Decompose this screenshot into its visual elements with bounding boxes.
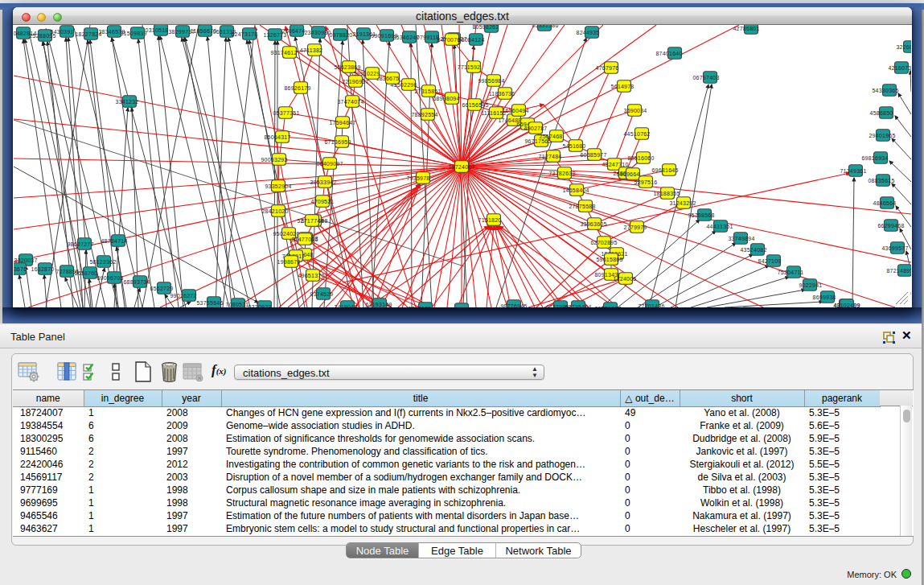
svg-text:85064317: 85064317 (264, 134, 290, 140)
svg-text:5969664: 5969664 (616, 171, 639, 177)
svg-text:9022941: 9022941 (799, 282, 822, 288)
svg-text:27315851: 27315851 (414, 89, 441, 94)
svg-text:66299468: 66299468 (877, 223, 904, 229)
svg-text:8244935: 8244935 (576, 30, 599, 35)
svg-text:3690034: 3690034 (623, 108, 647, 113)
svg-text:06797403: 06797403 (692, 75, 719, 80)
svg-text:71349361: 71349361 (840, 168, 866, 174)
svg-text:28421020: 28421020 (261, 208, 288, 214)
svg-text:98776945: 98776945 (500, 303, 527, 307)
svg-text:43699577: 43699577 (881, 245, 908, 251)
svg-text:6562729: 6562729 (150, 286, 173, 291)
svg-text:8427109: 8427109 (758, 258, 781, 264)
svg-text:68893734: 68893734 (123, 279, 150, 285)
svg-text:96717565: 96717565 (524, 138, 551, 144)
svg-text:5614978: 5614978 (610, 84, 634, 89)
svg-text:62702895: 62702895 (590, 240, 617, 245)
svg-text:18724007: 18724007 (448, 164, 474, 170)
svg-text:32260256: 32260256 (896, 44, 911, 50)
svg-text:52735454: 52735454 (565, 304, 591, 307)
svg-text:71657262: 71657262 (447, 307, 474, 307)
svg-text:53755646: 53755646 (196, 300, 223, 306)
svg-text:29401965: 29401965 (869, 133, 895, 138)
svg-text:60385977: 60385977 (580, 152, 606, 158)
svg-text:42102499: 42102499 (833, 303, 860, 307)
svg-text:69096705: 69096705 (97, 275, 123, 281)
svg-text:7935978: 7935978 (406, 175, 429, 181)
svg-text:23430980: 23430980 (304, 30, 331, 35)
svg-text:35346247: 35346247 (392, 35, 419, 40)
svg-text:59910229: 59910229 (353, 71, 380, 76)
svg-text:31509839: 31509839 (120, 31, 146, 36)
svg-text:31243292: 31243292 (669, 200, 696, 206)
svg-text:4902787: 4902787 (524, 126, 547, 131)
svg-text:42786801: 42786801 (733, 26, 759, 31)
svg-text:14658404: 14658404 (562, 187, 589, 193)
svg-text:1632870: 1632870 (31, 266, 54, 272)
svg-text:05331586: 05331586 (532, 25, 558, 28)
svg-text:66156545: 66156545 (462, 102, 488, 108)
svg-text:86926179: 86926179 (284, 85, 310, 91)
svg-text:49651370: 49651370 (298, 273, 324, 278)
svg-text:73782639: 73782639 (548, 171, 575, 176)
svg-text:7151820: 7151820 (478, 217, 501, 223)
svg-text:8699938: 8699938 (812, 295, 836, 300)
svg-text:2606474: 2606474 (281, 28, 305, 34)
svg-text:18188355: 18188355 (653, 191, 680, 196)
svg-text:80831367: 80831367 (594, 306, 621, 307)
svg-text:4846564: 4846564 (873, 200, 896, 206)
svg-text:4711382: 4711382 (300, 47, 322, 53)
svg-text:93352904: 93352904 (265, 183, 291, 189)
svg-text:78892554: 78892554 (411, 112, 437, 117)
svg-text:58122362: 58122362 (89, 259, 116, 265)
svg-text:95788568: 95788568 (688, 212, 714, 218)
svg-text:05377351: 05377351 (273, 110, 299, 116)
svg-text:1998679: 1998679 (277, 259, 300, 265)
svg-text:33749894: 33749894 (728, 236, 754, 241)
svg-text:16560494: 16560494 (502, 108, 528, 113)
svg-text:7693676: 7693676 (14, 266, 27, 272)
svg-text:48734714: 48734714 (101, 238, 127, 244)
svg-text:1724005: 1724005 (613, 276, 636, 282)
svg-text:7711592: 7711592 (458, 64, 480, 70)
svg-text:11836736: 11836736 (489, 91, 515, 97)
svg-text:7127484: 7127484 (538, 154, 561, 159)
svg-text:37474074: 37474074 (337, 99, 363, 105)
svg-text:99016272: 99016272 (170, 293, 196, 299)
svg-text:2567468: 2567468 (539, 134, 562, 139)
svg-text:77701436: 77701436 (638, 303, 664, 307)
svg-text:39533942: 39533942 (310, 179, 336, 185)
svg-text:44431351: 44431351 (706, 224, 733, 229)
svg-text:2419049: 2419049 (334, 304, 357, 307)
svg-text:43524082: 43524082 (740, 247, 766, 253)
svg-text:4586850: 4586850 (869, 110, 893, 116)
svg-text:55623869: 55623869 (334, 64, 360, 70)
svg-text:0978820: 0978820 (329, 32, 352, 38)
svg-text:88516060: 88516060 (627, 155, 654, 161)
svg-text:52717744: 52717744 (297, 218, 323, 224)
svg-text:7080531: 7080531 (225, 302, 248, 307)
svg-text:95024026: 95024026 (273, 231, 299, 237)
svg-text:54330365: 54330365 (872, 88, 898, 93)
svg-text:98084124: 98084124 (458, 37, 484, 43)
svg-text:93174612: 93174612 (270, 50, 297, 56)
svg-text:9374529: 9374529 (310, 291, 333, 297)
svg-text:2779979: 2779979 (623, 225, 647, 230)
svg-text:80598262: 80598262 (472, 25, 499, 30)
svg-text:99856984: 99856984 (478, 78, 504, 84)
svg-text:87214895: 87214895 (886, 268, 911, 274)
svg-text:68998094: 68998094 (433, 96, 459, 101)
svg-text:62473178: 62473178 (231, 31, 257, 37)
svg-text:3341232: 3341232 (115, 99, 138, 105)
svg-text:87401640: 87401640 (655, 51, 682, 56)
svg-text:08835615: 08835615 (868, 178, 894, 183)
svg-text:48247710: 48247710 (602, 162, 628, 167)
svg-text:43320037: 43320037 (14, 257, 38, 263)
svg-text:8470076: 8470076 (437, 37, 460, 43)
svg-text:81477005: 81477005 (291, 237, 318, 242)
svg-text:27875588: 27875588 (569, 204, 595, 209)
svg-text:0310518: 0310518 (145, 27, 168, 33)
svg-text:33963605: 33963605 (580, 221, 606, 227)
svg-text:5297516: 5297516 (634, 179, 657, 185)
svg-text:4709521: 4709521 (310, 199, 334, 204)
